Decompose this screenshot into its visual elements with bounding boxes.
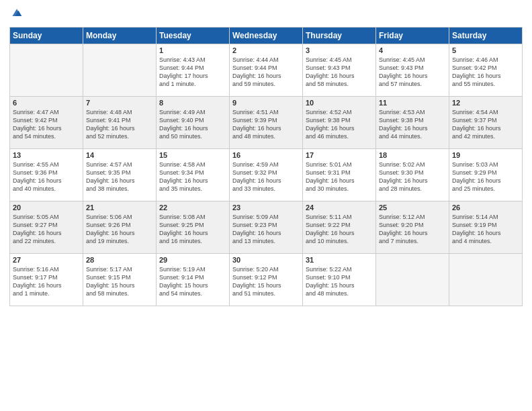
day-detail: Sunrise: 5:06 AM Sunset: 9:26 PM Dayligh… <box>86 213 153 246</box>
day-number: 2 <box>232 46 300 54</box>
day-detail: Sunrise: 4:45 AM Sunset: 9:43 PM Dayligh… <box>379 56 446 89</box>
day-number: 3 <box>306 46 373 54</box>
calendar-cell <box>83 44 157 97</box>
day-detail: Sunrise: 5:17 AM Sunset: 9:15 PM Dayligh… <box>86 265 153 298</box>
day-number: 7 <box>86 99 153 107</box>
calendar-cell: 21Sunrise: 5:06 AM Sunset: 9:26 PM Dayli… <box>83 201 157 254</box>
day-detail: Sunrise: 5:11 AM Sunset: 9:22 PM Dayligh… <box>306 213 373 246</box>
calendar-cell: 15Sunrise: 4:58 AM Sunset: 9:34 PM Dayli… <box>157 149 230 201</box>
calendar-cell: 4Sunrise: 4:45 AM Sunset: 9:43 PM Daylig… <box>376 44 449 97</box>
day-number: 12 <box>452 99 519 107</box>
calendar-cell: 12Sunrise: 4:54 AM Sunset: 9:37 PM Dayli… <box>449 97 523 149</box>
day-number: 23 <box>232 203 300 212</box>
calendar-cell: 19Sunrise: 5:03 AM Sunset: 9:29 PM Dayli… <box>449 149 523 201</box>
day-number: 27 <box>13 256 80 264</box>
calendar-cell <box>376 254 449 306</box>
day-detail: Sunrise: 4:58 AM Sunset: 9:34 PM Dayligh… <box>159 161 226 193</box>
day-detail: Sunrise: 5:12 AM Sunset: 9:20 PM Dayligh… <box>379 213 446 246</box>
day-detail: Sunrise: 5:22 AM Sunset: 9:10 PM Dayligh… <box>306 265 373 298</box>
calendar-cell: 26Sunrise: 5:14 AM Sunset: 9:19 PM Dayli… <box>449 201 523 254</box>
calendar-cell: 22Sunrise: 5:08 AM Sunset: 9:25 PM Dayli… <box>157 201 230 254</box>
calendar-cell <box>449 254 523 306</box>
calendar-cell: 17Sunrise: 5:01 AM Sunset: 9:31 PM Dayli… <box>303 149 376 201</box>
calendar-cell: 9Sunrise: 4:51 AM Sunset: 9:39 PM Daylig… <box>230 97 303 149</box>
day-number: 14 <box>86 151 153 159</box>
day-number: 17 <box>306 151 373 159</box>
day-number: 29 <box>159 256 226 264</box>
calendar-header-tuesday: Tuesday <box>157 28 230 44</box>
calendar-cell: 8Sunrise: 4:49 AM Sunset: 9:40 PM Daylig… <box>157 97 230 149</box>
calendar-header-sunday: Sunday <box>10 28 83 44</box>
calendar-cell <box>10 44 83 97</box>
day-number: 11 <box>379 99 446 107</box>
day-detail: Sunrise: 4:57 AM Sunset: 9:35 PM Dayligh… <box>86 161 153 193</box>
day-detail: Sunrise: 5:14 AM Sunset: 9:19 PM Dayligh… <box>452 213 519 246</box>
day-number: 28 <box>86 256 153 264</box>
day-detail: Sunrise: 4:51 AM Sunset: 9:39 PM Dayligh… <box>232 108 300 141</box>
calendar-cell: 28Sunrise: 5:17 AM Sunset: 9:15 PM Dayli… <box>83 254 157 306</box>
calendar-cell: 7Sunrise: 4:48 AM Sunset: 9:41 PM Daylig… <box>83 97 157 149</box>
day-number: 5 <box>452 46 519 54</box>
day-detail: Sunrise: 5:16 AM Sunset: 9:17 PM Dayligh… <box>13 265 80 298</box>
calendar-header-saturday: Saturday <box>449 28 523 44</box>
calendar-cell: 5Sunrise: 4:46 AM Sunset: 9:42 PM Daylig… <box>449 44 523 97</box>
day-detail: Sunrise: 4:44 AM Sunset: 9:44 PM Dayligh… <box>232 56 300 89</box>
calendar-cell: 14Sunrise: 4:57 AM Sunset: 9:35 PM Dayli… <box>83 149 157 201</box>
calendar-cell: 1Sunrise: 4:43 AM Sunset: 9:44 PM Daylig… <box>157 44 230 97</box>
calendar-cell: 20Sunrise: 5:05 AM Sunset: 9:27 PM Dayli… <box>10 201 83 254</box>
calendar-cell: 11Sunrise: 4:53 AM Sunset: 9:38 PM Dayli… <box>376 97 449 149</box>
day-detail: Sunrise: 5:01 AM Sunset: 9:31 PM Dayligh… <box>306 161 373 193</box>
day-number: 8 <box>159 99 226 107</box>
day-number: 26 <box>452 203 519 212</box>
day-detail: Sunrise: 5:19 AM Sunset: 9:14 PM Dayligh… <box>159 265 226 298</box>
calendar-table: SundayMondayTuesdayWednesdayThursdayFrid… <box>9 27 523 306</box>
day-detail: Sunrise: 5:02 AM Sunset: 9:30 PM Dayligh… <box>379 161 446 193</box>
calendar-cell: 18Sunrise: 5:02 AM Sunset: 9:30 PM Dayli… <box>376 149 449 201</box>
calendar-cell: 27Sunrise: 5:16 AM Sunset: 9:17 PM Dayli… <box>10 254 83 306</box>
calendar-cell: 16Sunrise: 4:59 AM Sunset: 9:32 PM Dayli… <box>230 149 303 201</box>
day-number: 31 <box>306 256 373 264</box>
day-detail: Sunrise: 4:46 AM Sunset: 9:42 PM Dayligh… <box>452 56 519 89</box>
day-number: 10 <box>306 99 373 107</box>
calendar-header-monday: Monday <box>83 28 157 44</box>
day-number: 9 <box>232 99 300 107</box>
day-detail: Sunrise: 5:20 AM Sunset: 9:12 PM Dayligh… <box>232 265 300 298</box>
calendar-cell: 13Sunrise: 4:55 AM Sunset: 9:36 PM Dayli… <box>10 149 83 201</box>
day-detail: Sunrise: 5:09 AM Sunset: 9:23 PM Dayligh… <box>232 213 300 246</box>
day-number: 20 <box>13 203 80 212</box>
day-number: 6 <box>13 99 80 107</box>
day-number: 30 <box>232 256 300 264</box>
day-detail: Sunrise: 4:43 AM Sunset: 9:44 PM Dayligh… <box>159 56 226 89</box>
day-detail: Sunrise: 5:03 AM Sunset: 9:29 PM Dayligh… <box>452 161 519 193</box>
logo-icon <box>11 7 23 19</box>
calendar-cell: 24Sunrise: 5:11 AM Sunset: 9:22 PM Dayli… <box>303 201 376 254</box>
day-number: 1 <box>159 46 226 54</box>
day-detail: Sunrise: 5:08 AM Sunset: 9:25 PM Dayligh… <box>159 213 226 246</box>
day-number: 4 <box>379 46 446 54</box>
calendar-cell: 30Sunrise: 5:20 AM Sunset: 9:12 PM Dayli… <box>230 254 303 306</box>
day-detail: Sunrise: 4:47 AM Sunset: 9:42 PM Dayligh… <box>13 108 80 141</box>
day-number: 19 <box>452 151 519 159</box>
calendar-cell: 10Sunrise: 4:52 AM Sunset: 9:38 PM Dayli… <box>303 97 376 149</box>
day-detail: Sunrise: 4:48 AM Sunset: 9:41 PM Dayligh… <box>86 108 153 141</box>
day-detail: Sunrise: 4:49 AM Sunset: 9:40 PM Dayligh… <box>159 108 226 141</box>
day-number: 18 <box>379 151 446 159</box>
day-detail: Sunrise: 4:45 AM Sunset: 9:43 PM Dayligh… <box>306 56 373 89</box>
day-detail: Sunrise: 4:54 AM Sunset: 9:37 PM Dayligh… <box>452 108 519 141</box>
day-number: 22 <box>159 203 226 212</box>
day-detail: Sunrise: 4:53 AM Sunset: 9:38 PM Dayligh… <box>379 108 446 141</box>
logo <box>9 7 23 21</box>
day-number: 15 <box>159 151 226 159</box>
header <box>9 7 523 21</box>
calendar-header-friday: Friday <box>376 28 449 44</box>
calendar-header-row: SundayMondayTuesdayWednesdayThursdayFrid… <box>10 28 523 44</box>
calendar-cell: 2Sunrise: 4:44 AM Sunset: 9:44 PM Daylig… <box>230 44 303 97</box>
calendar-header-wednesday: Wednesday <box>230 28 303 44</box>
calendar-cell: 31Sunrise: 5:22 AM Sunset: 9:10 PM Dayli… <box>303 254 376 306</box>
day-detail: Sunrise: 5:05 AM Sunset: 9:27 PM Dayligh… <box>13 213 80 246</box>
calendar-cell: 29Sunrise: 5:19 AM Sunset: 9:14 PM Dayli… <box>157 254 230 306</box>
calendar-cell: 3Sunrise: 4:45 AM Sunset: 9:43 PM Daylig… <box>303 44 376 97</box>
day-number: 13 <box>13 151 80 159</box>
day-number: 21 <box>86 203 153 212</box>
calendar-week-row: 1Sunrise: 4:43 AM Sunset: 9:44 PM Daylig… <box>10 44 523 97</box>
